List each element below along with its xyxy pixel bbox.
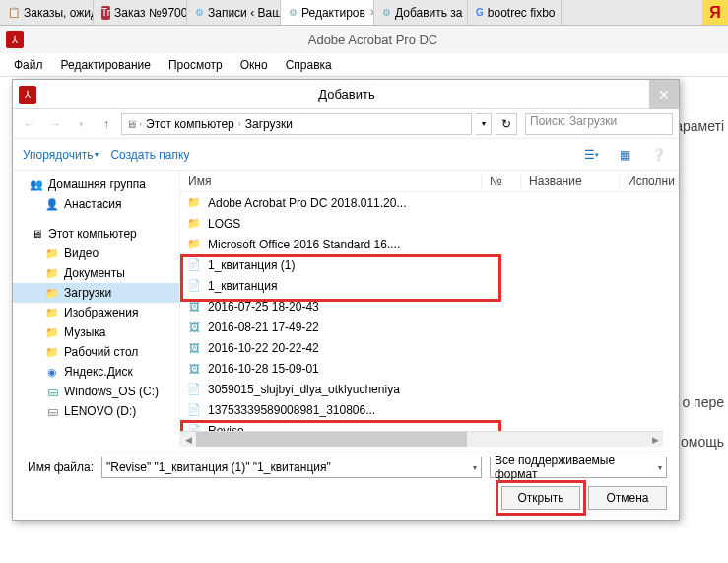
nav-yadisk[interactable]: ◉Яндекс.Диск (13, 362, 179, 382)
chevron-down-icon[interactable]: ▾ (658, 463, 662, 472)
breadcrumb-segment[interactable]: Загрузки (243, 117, 295, 131)
nav-music[interactable]: 📁Музыка (13, 322, 179, 342)
acrobat-logo-icon: ⅄ (6, 31, 24, 48)
menu-file[interactable]: Файл (6, 56, 51, 74)
file-row[interactable]: 📄1_квитанция (180, 275, 679, 296)
tab-bootrec[interactable]: Gbootrec fixbo (468, 0, 562, 25)
cancel-button[interactable]: Отмена (588, 486, 667, 510)
refresh-button[interactable]: ↻ (496, 113, 517, 135)
chevron-right-icon: › (139, 119, 142, 129)
new-folder-button[interactable]: Создать папку (110, 148, 189, 162)
menu-bar: Файл Редактирование Просмотр Окно Справк… (0, 53, 728, 77)
view-mode-button[interactable]: ☰ ▾ (580, 144, 602, 166)
tab-icon: Tr (101, 6, 110, 20)
nav-win-os[interactable]: 🖴Windows_OS (C:) (13, 382, 179, 401)
close-button[interactable]: ✕ (649, 80, 679, 109)
homegroup-icon: 👥 (29, 176, 44, 192)
file-row[interactable]: 📁Microsoft Office 2016 Standard 16.... (180, 234, 679, 254)
menu-help[interactable]: Справка (278, 56, 340, 74)
recent-button[interactable]: ▾ (70, 113, 92, 135)
file-row[interactable]: 📁LOGS (180, 213, 679, 234)
file-row[interactable]: 📄1_квитанция (1) (180, 254, 679, 275)
address-bar: ← → ▾ ↑ 🖥 › Этот компьютер › Загрузки ▾ … (13, 109, 679, 139)
back-button[interactable]: ← (19, 113, 40, 135)
app-title: Adobe Acrobat Pro DC (24, 33, 722, 47)
file-row[interactable]: 📁Adobe Acrobat Pro DC 2018.011.20... (180, 192, 679, 213)
tab-posts[interactable]: ⚙Записи ‹ Ваш (187, 0, 281, 25)
nav-desktop[interactable]: 📁Рабочий стол (13, 342, 179, 362)
file-name: 2016-07-25 18-20-43 (208, 300, 679, 314)
file-type-select[interactable]: Все поддерживаемые формат▾ (490, 457, 667, 478)
column-headers: Имя № Название Исполни (180, 171, 679, 192)
chevron-down-icon[interactable]: ▾ (473, 463, 477, 472)
file-row[interactable]: 🖼2016-10-28 15-09-01 (180, 358, 679, 379)
tab-orders[interactable]: 📋Заказы, ожид (0, 0, 94, 25)
tab-edit[interactable]: ⚙Редактиров✕ (281, 0, 374, 25)
forward-button[interactable]: → (44, 113, 66, 135)
file-row[interactable]: 🖼2016-10-22 20-22-42 (180, 337, 679, 358)
chevron-right-icon: › (238, 119, 241, 129)
file-name: 13753339589008981_310806... (208, 403, 679, 417)
image-icon: 🖼 (186, 340, 202, 356)
file-row[interactable]: 🖼2016-07-25 18-20-43 (180, 296, 679, 317)
file-name: Adobe Acrobat Pro DC 2018.011.20... (208, 196, 679, 210)
gear-icon: ⚙ (289, 6, 298, 20)
preview-pane-button[interactable]: ▦ (614, 144, 635, 166)
menu-edit[interactable]: Редактирование (53, 56, 159, 74)
col-no[interactable]: № (482, 175, 521, 188)
file-name: 3059015_slujbyi_dlya_otklyucheniya (208, 383, 679, 396)
tab-label: bootrec fixbo (488, 6, 556, 20)
scroll-thumb[interactable] (196, 432, 467, 447)
search-input[interactable]: Поиск: Загрузки (525, 113, 673, 135)
app-titlebar: ⅄ Adobe Acrobat Pro DC (0, 26, 728, 53)
image-icon: 🖼 (186, 299, 202, 315)
yadisk-icon: ◉ (44, 364, 60, 380)
path-dropdown[interactable]: ▾ (476, 113, 492, 135)
nav-lenovo[interactable]: 🖴LENOVO (D:) (13, 401, 179, 421)
breadcrumb-segment[interactable]: Этот компьютер (144, 117, 236, 131)
filename-input[interactable]: "Revise" "1_квитанция (1)" "1_квитанция"… (101, 457, 482, 478)
person-icon: 👤 (44, 196, 60, 212)
up-button[interactable]: ↑ (96, 113, 117, 135)
folder-icon: 📁 (186, 195, 202, 211)
dialog-footer: Имя файла: "Revise" "1_квитанция (1)" "1… (13, 447, 679, 520)
menu-view[interactable]: Просмотр (161, 56, 231, 74)
tab-label: Записи ‹ Ваш (208, 6, 281, 20)
scroll-right-icon[interactable]: ▶ (647, 432, 663, 447)
nav-this-pc[interactable]: 🖥Этот компьютер (13, 224, 179, 244)
file-icon: 📄 (186, 402, 202, 418)
file-row[interactable]: 📄3059015_slujbyi_dlya_otklyucheniya (180, 379, 679, 399)
nav-homegroup[interactable]: 👥Домашняя группа (13, 175, 179, 194)
yandex-button[interactable]: Я (702, 0, 728, 25)
open-file-dialog: ⅄ Добавить ✕ ← → ▾ ↑ 🖥 › Этот компьютер … (12, 79, 680, 521)
menu-window[interactable]: Окно (232, 56, 276, 74)
file-name: 2016-10-22 20-22-42 (208, 341, 679, 355)
organize-menu[interactable]: Упорядочить ▾ (23, 148, 99, 162)
col-perf[interactable]: Исполни (620, 175, 679, 188)
nav-video[interactable]: 📁Видео (13, 244, 179, 263)
nav-documents[interactable]: 📁Документы (13, 263, 179, 283)
image-icon: 🖼 (186, 319, 202, 335)
nav-pictures[interactable]: 📁Изображения (13, 303, 179, 322)
file-row[interactable]: 🖼2016-08-21 17-49-22 (180, 317, 679, 337)
filename-label: Имя файла: (25, 460, 94, 474)
tab-add[interactable]: ⚙Добавить за (374, 0, 468, 25)
nav-downloads[interactable]: 📁Загрузки (13, 283, 179, 303)
col-name[interactable]: Имя (180, 175, 482, 188)
file-row[interactable]: 📄13753339589008981_310806... (180, 399, 679, 420)
file-name: LOGS (208, 217, 679, 231)
nav-tree[interactable]: 👥Домашняя группа 👤Анастасия 🖥Этот компью… (13, 171, 180, 447)
gear-icon: ⚙ (195, 6, 204, 20)
acrobat-logo-icon: ⅄ (19, 86, 36, 104)
help-button[interactable]: ❔ (647, 144, 669, 166)
open-button[interactable]: Открыть (501, 486, 580, 510)
nav-user[interactable]: 👤Анастасия (13, 194, 179, 214)
col-title[interactable]: Название (521, 175, 620, 188)
tab-order-9700[interactable]: TrЗаказ №9700 (94, 0, 187, 25)
tab-label: Заказы, ожид (24, 6, 94, 20)
file-list: Имя № Название Исполни 📁Adobe Acrobat Pr… (180, 171, 679, 447)
breadcrumb[interactable]: 🖥 › Этот компьютер › Загрузки (121, 113, 472, 135)
horizontal-scrollbar[interactable]: ◀ ▶ (180, 431, 663, 447)
scroll-left-icon[interactable]: ◀ (180, 432, 196, 447)
dialog-titlebar: ⅄ Добавить ✕ (13, 80, 679, 109)
